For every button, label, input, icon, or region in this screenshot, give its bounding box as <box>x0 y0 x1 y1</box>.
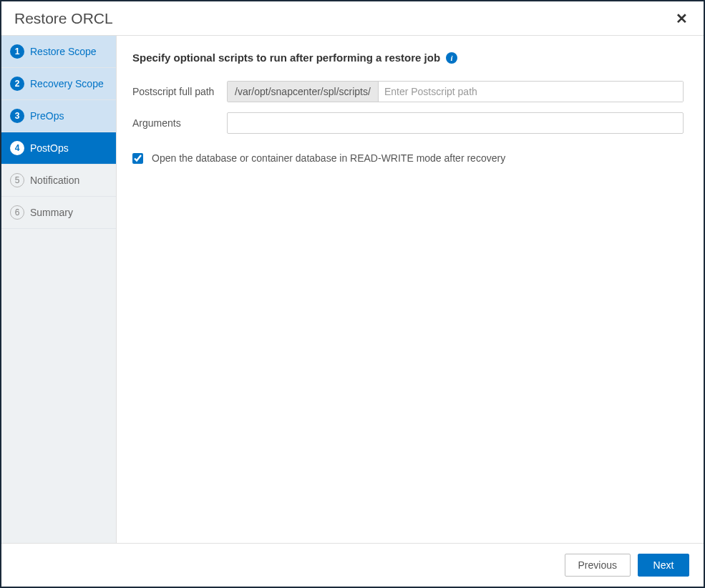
arguments-label: Arguments <box>132 117 227 129</box>
close-icon[interactable]: ✕ <box>673 10 691 27</box>
restore-dialog: Restore ORCL ✕ 1 Restore Scope 2 Recover… <box>1 1 704 587</box>
step-label: Restore Scope <box>30 46 97 57</box>
step-number: 4 <box>10 141 24 155</box>
dialog-body: 1 Restore Scope 2 Recovery Scope 3 PreOp… <box>1 36 704 543</box>
step-label: Recovery Scope <box>30 78 104 89</box>
next-button[interactable]: Next <box>638 554 689 577</box>
section-heading: Specify optional scripts to run after pe… <box>132 52 684 64</box>
step-label: PostOps <box>30 142 69 154</box>
step-restore-scope[interactable]: 1 Restore Scope <box>1 36 116 68</box>
dialog-footer: Previous Next <box>1 543 704 587</box>
main-panel: Specify optional scripts to run after pe… <box>117 36 704 543</box>
step-number: 3 <box>10 109 24 123</box>
open-db-row: Open the database or container database … <box>132 152 684 164</box>
step-preops[interactable]: 3 PreOps <box>1 100 116 132</box>
dialog-title: Restore ORCL <box>14 10 113 27</box>
postscript-row: Postscript full path /var/opt/snapcenter… <box>132 81 684 102</box>
wizard-sidebar: 1 Restore Scope 2 Recovery Scope 3 PreOp… <box>1 36 117 543</box>
step-label: PreOps <box>30 110 64 122</box>
postscript-input[interactable] <box>379 82 683 102</box>
step-postops[interactable]: 4 PostOps <box>1 132 116 165</box>
step-notification[interactable]: 5 Notification <box>1 165 116 197</box>
open-db-checkbox[interactable] <box>132 153 143 164</box>
step-summary[interactable]: 6 Summary <box>1 197 116 229</box>
step-number: 2 <box>10 77 24 91</box>
heading-text: Specify optional scripts to run after pe… <box>132 52 440 64</box>
info-icon[interactable]: i <box>446 52 457 64</box>
postscript-label: Postscript full path <box>132 86 227 97</box>
step-number: 5 <box>10 173 24 187</box>
postscript-path-group: /var/opt/snapcenter/spl/scripts/ <box>227 81 684 102</box>
step-recovery-scope[interactable]: 2 Recovery Scope <box>1 68 116 100</box>
arguments-input[interactable] <box>227 112 684 134</box>
arguments-row: Arguments <box>132 112 684 134</box>
step-number: 1 <box>10 44 24 59</box>
open-db-label[interactable]: Open the database or container database … <box>152 152 505 164</box>
step-number: 6 <box>10 205 24 220</box>
step-label: Notification <box>30 175 79 186</box>
dialog-header: Restore ORCL ✕ <box>1 1 704 36</box>
previous-button[interactable]: Previous <box>565 554 631 577</box>
step-label: Summary <box>30 207 73 218</box>
postscript-prefix: /var/opt/snapcenter/spl/scripts/ <box>228 82 379 102</box>
